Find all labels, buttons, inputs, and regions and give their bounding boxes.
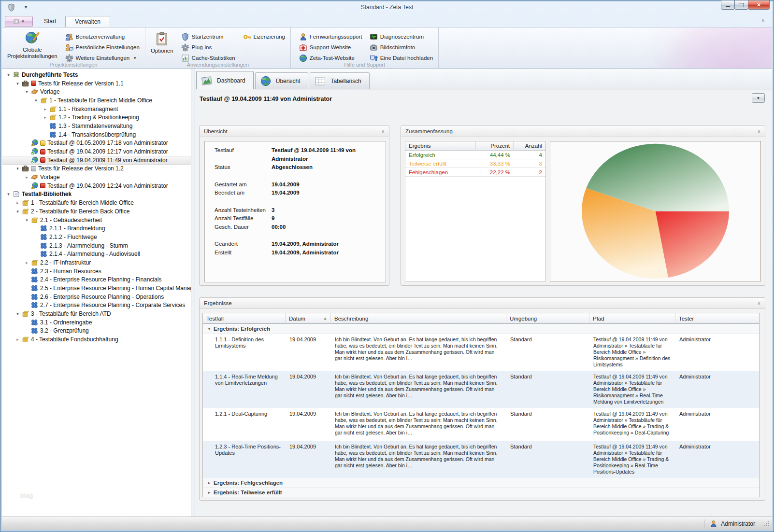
tree-item[interactable]: ▾Durchgeführte Tests (2, 70, 191, 79)
tree-item[interactable]: ▾2 - Testabläufe für Bereich Back Office (2, 207, 191, 216)
ribbon-collapse-icon[interactable]: ∧ (760, 18, 766, 24)
tree-item[interactable]: ▾1 - Testabläufe für Bereich Middle Offi… (2, 96, 191, 105)
result-group-row[interactable]: ▸Ergebnis: Fehlgeschlagen (203, 478, 759, 488)
tree-item[interactable]: 2.4 - Enterprise Resource Planning - Fin… (2, 276, 191, 284)
dashboard-options-dropdown[interactable]: ▼ (752, 93, 765, 103)
tree: ▾Durchgeführte Tests▾Tests für Release d… (2, 70, 191, 517)
result-row[interactable]: 1.1.1 - Definition des Limitsystems19.04… (203, 334, 759, 371)
splitter[interactable] (191, 69, 195, 517)
tree-item[interactable]: 2.6 - Enterprise Resource Planning - Ope… (2, 293, 191, 301)
expand-icon[interactable]: ▸ (23, 260, 30, 265)
tree-item[interactable]: Testlauf @ 19.04.2009 12:24 von Administ… (2, 182, 191, 190)
expand-icon[interactable]: ▸ (42, 107, 49, 112)
resize-grip-icon[interactable] (763, 520, 770, 527)
plug-ins-button[interactable]: Plug-ins (179, 42, 238, 53)
group-label: Ergebnis: Teilweise erfüllt (214, 490, 282, 495)
collapse-icon[interactable]: ▾ (5, 192, 12, 196)
collapse-icon[interactable]: ▾ (32, 98, 40, 103)
collapse-chevron-icon[interactable]: ∧ (757, 129, 760, 134)
result-row[interactable]: 1.2.3 - Real-Time Positions-Updates19.04… (203, 441, 759, 478)
column-header-datum[interactable]: Datum▲ (286, 313, 331, 324)
column-header-pfad[interactable]: Pfad (589, 313, 675, 324)
column-header[interactable]: Ergebnis (405, 141, 476, 151)
column-header-beschreibung[interactable]: Beschreibung (331, 313, 506, 324)
tree-item[interactable]: 2.7 - Enterprise Resource Planning - Cor… (2, 301, 191, 310)
tab-uebersicht[interactable]: Übersicht (255, 72, 309, 89)
tree-item[interactable]: 2.1.3 - Alarmmeldung - Stumm (2, 241, 191, 250)
column-header-testfall[interactable]: Testfall (203, 313, 286, 324)
tree-item[interactable]: ▸2.2 - IT-Infrastruktur (2, 258, 191, 267)
overview-panel: Übersicht ∧ TestlaufTestlauf @ 19.04.200… (199, 126, 389, 286)
persoenliche-einstellungen-button[interactable]: Persönliche Einstellungen (63, 42, 142, 53)
tree-item[interactable]: ▾Tests für Release der Version 1.1 (2, 79, 191, 88)
collapse-chevron-icon[interactable]: ∧ (381, 129, 385, 134)
result-row[interactable]: 1.1.4 - Real-Time Meldung von Limitverle… (203, 371, 759, 408)
testrun-check-icon (30, 156, 39, 164)
tree-item[interactable]: 2.3 - Human Resources (2, 267, 191, 276)
tree-item[interactable]: ▸1.2 - Trading & Positionkeeping (2, 113, 191, 122)
tree-item[interactable]: ▸1.1 - Risikomanagment (2, 105, 191, 113)
tree-item[interactable]: ▾2.1 - Gebäudesicherheit (2, 216, 191, 224)
collapse-icon[interactable]: ▾ (14, 209, 21, 214)
tree-item[interactable]: 2.5 - Enterprise Resource Planning - Hum… (2, 284, 191, 293)
tree-item[interactable]: Testlauf @ 19.04.2009 11:49 von Administ… (2, 156, 191, 165)
button-label: Startzentrum (192, 34, 224, 40)
close-button[interactable]: ✕ (748, 0, 770, 10)
tree-item[interactable]: ▾3 - Testabläufe für Bereich ATD (2, 309, 191, 318)
tree-item[interactable]: 2.1.4 - Alarmmeldung - Audiovisuell (2, 250, 191, 258)
bildschirmfoto-button[interactable]: Bildschirmfoto (367, 42, 435, 53)
support-website-button[interactable]: Support-Website (297, 42, 364, 53)
column-header[interactable]: Prozent (476, 141, 514, 151)
collapse-icon[interactable]: ▾ (23, 89, 30, 94)
tree-item[interactable]: 1.3 - Stammdatenverwaltung (2, 122, 191, 130)
diagnosezentrum-button[interactable]: Diagnosezentrum (367, 32, 435, 42)
expand-icon[interactable]: ▸ (23, 175, 30, 180)
column-header[interactable]: Anzahl (514, 141, 545, 151)
expand-icon[interactable]: ▸ (42, 115, 49, 120)
expand-icon[interactable]: ▸ (14, 337, 21, 342)
expand-icon[interactable]: ▸ (206, 490, 213, 495)
minimize-button[interactable] (721, 0, 735, 10)
maximize-button[interactable] (734, 0, 748, 10)
tree-item[interactable]: ▾Testfall-Bibliothek (2, 190, 191, 199)
column-header-umgebung[interactable]: Umgebung (506, 313, 589, 324)
collapse-icon[interactable]: ▾ (5, 72, 12, 77)
tree-item[interactable]: 1.4 - Transaktionsüberprüfung (2, 130, 191, 139)
application-menu-button[interactable]: ▼ (5, 16, 33, 27)
tree-item[interactable]: ▸1 - Testabläufe für Bereich Middle Offi… (2, 198, 191, 207)
result-row[interactable]: 1.2.1 - Deal-Capturing19.04.2009Ich bin … (203, 408, 759, 441)
collapse-icon[interactable]: ▾ (14, 81, 21, 86)
tree-item[interactable]: 2.1.2 - Fluchtwege (2, 233, 191, 241)
expand-icon[interactable]: ▸ (206, 480, 213, 485)
collapse-icon[interactable]: ▾ (206, 326, 213, 331)
tree-item[interactable]: 2.1.1 - Brandmeldung (2, 224, 191, 233)
collapse-icon[interactable]: ▾ (14, 166, 21, 171)
tree-item[interactable]: 3.1 - Ordnereingabe (2, 318, 191, 327)
result-group-row[interactable]: ▸Ergebnis: Teilweise erfüllt (203, 488, 759, 497)
result-group-row[interactable]: ▾Ergebnis: Erfolgreich (203, 324, 759, 334)
ribbon-tab-start[interactable]: Start (35, 16, 65, 27)
tree-item[interactable]: 3.2 - Grenzprüfung (2, 327, 191, 336)
collapse-chevron-icon[interactable]: ∧ (757, 301, 760, 306)
tree-item[interactable]: ▾Tests für Release der Version 1.2 (2, 165, 191, 173)
tree-item[interactable]: Testlauf @ 01.05.2009 17:18 von Administ… (2, 139, 191, 148)
tab-tabellarisch[interactable]: Tabellarisch (310, 72, 369, 89)
collapse-icon[interactable]: ▾ (14, 311, 21, 316)
benutzerverwaltung-button[interactable]: Benutzerverwaltung (63, 32, 142, 42)
lizenzierung-button[interactable]: Lizenzierung (241, 32, 287, 42)
startzentrum-button[interactable]: Startzentrum (179, 32, 238, 42)
tree-item[interactable]: Testlauf @ 19.04.2009 12:17 von Administ… (2, 147, 191, 156)
tree-item[interactable]: ▸Vorlage (2, 173, 191, 182)
result-percent: 44,44 % (476, 151, 514, 159)
collapse-icon[interactable]: ▾ (23, 218, 30, 223)
globale-projekteinstellungen-button[interactable]: Globale Projekteinstellungen (5, 29, 60, 61)
tree-item[interactable]: ▾Vorlage (2, 87, 191, 96)
tree-item[interactable]: ▸4 - Testabläufe Fondsbuchhaltung (2, 335, 191, 344)
fernwartungssupport-button[interactable]: Fernwartungssupport (297, 32, 364, 42)
ribbon-tab-verwalten[interactable]: Verwalten (65, 16, 110, 27)
tab-dashboard[interactable]: Dashboard (196, 71, 254, 89)
column-header-tester[interactable]: Tester (675, 313, 759, 324)
cell-pfad: Testlauf @ 19.04.2009 11:49 von Administ… (589, 371, 675, 408)
optionen-button[interactable]: Optionen (148, 30, 176, 56)
expand-icon[interactable]: ▸ (14, 200, 21, 205)
